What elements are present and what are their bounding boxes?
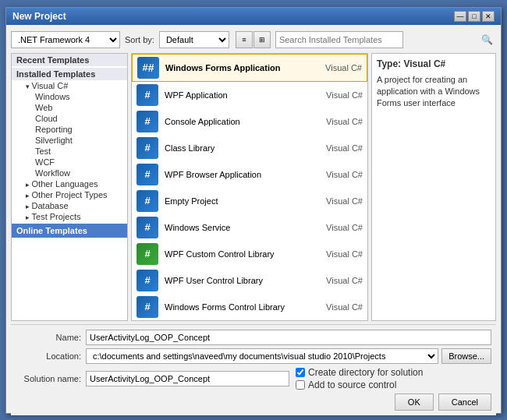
- title-bar-buttons: — □ ✕: [454, 11, 495, 22]
- project-name: WPF Browser Application: [165, 170, 326, 179]
- tree-database[interactable]: Database: [12, 200, 127, 211]
- bottom-area: Name: Location: c:\documents and setting…: [11, 324, 496, 415]
- list-item[interactable]: # Class Library Visual C#: [132, 135, 367, 161]
- list-item[interactable]: # Console Application Visual C#: [132, 108, 367, 135]
- tile-view-button[interactable]: ⊞: [254, 31, 271, 48]
- project-lang: Visual C#: [326, 276, 363, 285]
- view-buttons: ≡ ⊞: [236, 31, 271, 48]
- cancel-button[interactable]: Cancel: [438, 394, 491, 411]
- tree-test[interactable]: Test: [12, 146, 127, 157]
- project-name: Windows Forms Application: [165, 63, 325, 72]
- list-item[interactable]: # WPF Custom Control Library Visual C#: [132, 241, 367, 267]
- dialog-body: .NET Framework 4 Sort by: Default ≡ ⊞ 🔍 …: [6, 25, 501, 420]
- left-panel: Recent Templates Installed Templates Vis…: [11, 53, 128, 321]
- name-row: Name:: [16, 330, 491, 345]
- project-lang: Visual C#: [326, 143, 363, 153]
- search-container: 🔍: [275, 31, 496, 48]
- project-lang: Visual C#: [326, 249, 363, 259]
- create-dir-checkbox[interactable]: [296, 368, 305, 377]
- maximize-button[interactable]: □: [468, 11, 480, 22]
- project-name: WPF User Control Library: [165, 276, 326, 285]
- online-templates-header: Online Templates: [12, 224, 127, 238]
- create-dir-row: Create directory for solution: [296, 367, 491, 378]
- project-lang: Visual C#: [326, 302, 363, 312]
- tree-reporting[interactable]: Reporting: [12, 124, 127, 135]
- create-dir-label: Create directory for solution: [308, 367, 423, 378]
- project-lang: Visual C#: [326, 90, 363, 100]
- search-icon: 🔍: [481, 34, 493, 45]
- solution-label: Solution name:: [16, 374, 86, 383]
- project-lang: Visual C#: [326, 196, 363, 206]
- list-item[interactable]: # Windows Service Visual C#: [132, 214, 367, 241]
- project-lang: Visual C#: [325, 63, 362, 72]
- title-bar: New Project — □ ✕: [6, 8, 501, 25]
- tree-other-languages[interactable]: Other Languages: [12, 178, 127, 189]
- type-description: A project for creating an application wi…: [377, 74, 491, 110]
- sort-select[interactable]: Default: [159, 31, 229, 48]
- tree-other-project-types[interactable]: Other Project Types: [12, 189, 127, 200]
- tree-windows[interactable]: Windows: [12, 91, 127, 102]
- top-bar: .NET Framework 4 Sort by: Default ≡ ⊞ 🔍: [11, 30, 496, 50]
- location-select[interactable]: c:\documents and settings\naveed\my docu…: [86, 348, 438, 364]
- add-source-checkbox[interactable]: [296, 380, 305, 390]
- location-input-group: c:\documents and settings\naveed\my docu…: [86, 348, 491, 364]
- tree-test-projects[interactable]: Test Projects: [12, 211, 127, 222]
- sort-label: Sort by:: [125, 35, 154, 44]
- name-input[interactable]: [86, 330, 491, 345]
- list-item[interactable]: # WPF Browser Application Visual C#: [132, 161, 367, 188]
- checkbox-area: Create directory for solution Add to sou…: [289, 367, 491, 390]
- project-lang: Visual C#: [326, 223, 363, 232]
- list-item[interactable]: # Windows Forms Control Library Visual C…: [132, 294, 367, 320]
- right-panel: Type: Visual C# A project for creating a…: [371, 53, 496, 321]
- project-name: Class Library: [165, 143, 326, 153]
- add-source-label: Add to source control: [308, 379, 396, 390]
- search-input[interactable]: [275, 31, 403, 48]
- project-name: WPF Application: [165, 90, 326, 100]
- project-lang: Visual C#: [326, 117, 363, 126]
- project-name: WPF Custom Control Library: [165, 249, 326, 259]
- project-name: Windows Service: [165, 223, 326, 232]
- center-panel: # Windows Forms Application Visual C# # …: [131, 53, 368, 321]
- solution-input[interactable]: [86, 371, 289, 386]
- name-label: Name:: [16, 333, 86, 342]
- new-project-dialog: New Project — □ ✕ .NET Framework 4 Sort …: [5, 7, 502, 414]
- button-row: OK Cancel: [16, 394, 491, 411]
- list-view-button[interactable]: ≡: [236, 31, 253, 48]
- project-name: Empty Project: [165, 196, 326, 206]
- recent-templates-header: Recent Templates: [12, 54, 127, 66]
- list-item[interactable]: # Windows Forms Application Visual C#: [132, 54, 367, 82]
- tree-silverlight[interactable]: Silverlight: [12, 135, 127, 146]
- solution-row: Solution name: Create directory for solu…: [16, 367, 491, 390]
- browse-button[interactable]: Browse...: [441, 348, 491, 364]
- tree-visual-csharp[interactable]: Visual C#: [12, 80, 127, 91]
- ok-button[interactable]: OK: [395, 394, 434, 411]
- main-area: Recent Templates Installed Templates Vis…: [11, 53, 496, 321]
- project-name: Windows Forms Control Library: [165, 302, 326, 312]
- close-button[interactable]: ✕: [482, 11, 495, 22]
- type-label: Type: Visual C#: [377, 58, 491, 69]
- installed-templates-header: Installed Templates: [12, 68, 127, 80]
- list-item[interactable]: # Empty Project Visual C#: [132, 188, 367, 214]
- dialog-title: New Project: [12, 11, 66, 22]
- location-row: Location: c:\documents and settings\nave…: [16, 348, 491, 364]
- project-name: Console Application: [165, 117, 326, 126]
- framework-select[interactable]: .NET Framework 4: [11, 31, 120, 48]
- tree-wcf[interactable]: WCF: [12, 157, 127, 168]
- tree-web[interactable]: Web: [12, 102, 127, 113]
- tree-workflow[interactable]: Workflow: [12, 168, 127, 178]
- project-lang: Visual C#: [326, 170, 363, 179]
- add-source-row: Add to source control: [296, 379, 491, 390]
- list-item[interactable]: # WPF User Control Library Visual C#: [132, 267, 367, 294]
- tree-cloud[interactable]: Cloud: [12, 113, 127, 124]
- location-label: Location:: [16, 351, 86, 361]
- minimize-button[interactable]: —: [454, 11, 466, 22]
- list-item[interactable]: # WPF Application Visual C#: [132, 82, 367, 108]
